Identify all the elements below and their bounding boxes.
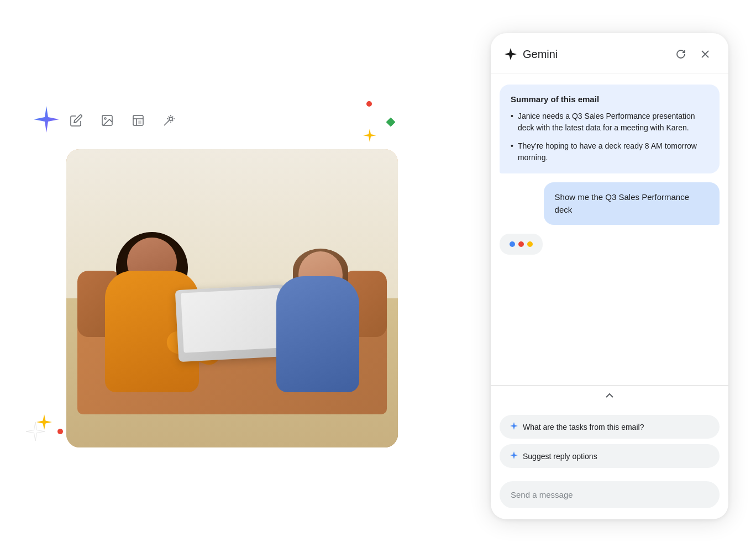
gemini-panel-title: Gemini: [523, 48, 558, 61]
close-button[interactable]: [695, 44, 715, 64]
summary-bubble: Summary of this email Janice needs a Q3 …: [500, 85, 720, 173]
magic-icon[interactable]: [159, 110, 179, 130]
summary-list: Janice needs a Q3 Sales Performance pres…: [511, 110, 708, 164]
typing-indicator: [500, 234, 543, 255]
dot-yellow: [527, 241, 533, 247]
suggestion-reply-button[interactable]: Suggest reply options: [500, 444, 720, 468]
gemini-title-area: Gemini: [504, 48, 558, 61]
suggestion-tasks-button[interactable]: What are the tasks from this email?: [500, 415, 720, 439]
gemini-logo-icon: [504, 48, 517, 61]
message-input[interactable]: [500, 481, 720, 508]
refresh-button[interactable]: [671, 44, 691, 64]
svg-point-1: [104, 118, 106, 119]
message-input-area: [491, 475, 728, 519]
blue-sparkle-icon: [32, 105, 61, 136]
green-diamond-icon: [386, 117, 396, 129]
photo-image: [66, 149, 398, 447]
suggestion-tasks-label: What are the tasks from this email?: [523, 423, 644, 431]
gemini-panel: Gemini Summary of this email Janice need…: [491, 33, 728, 519]
gemini-header: Gemini: [491, 33, 728, 73]
svg-point-4: [169, 117, 172, 120]
user-message: Show me the Q3 Sales Performance deck: [544, 182, 720, 225]
svg-rect-5: [386, 118, 396, 127]
chat-area: Summary of this email Janice needs a Q3 …: [491, 73, 728, 383]
suggestions-area: What are the tasks from this email? Sugg…: [491, 408, 728, 475]
yellow-sparkle-top-icon: [363, 128, 377, 145]
summary-item-1: Janice needs a Q3 Sales Performance pres…: [511, 110, 708, 134]
summary-title: Summary of this email: [511, 94, 708, 104]
chip-star-2-icon: [510, 451, 518, 461]
white-sparkle-icon: [25, 422, 45, 444]
pink-dot: [366, 101, 372, 107]
svg-rect-2: [133, 115, 143, 125]
red-dot-bottom: [57, 429, 63, 434]
summary-item-2: They're hoping to have a deck ready 8 AM…: [511, 140, 708, 164]
chevron-up-icon: [604, 390, 615, 404]
left-area: [0, 0, 426, 553]
dot-blue: [510, 241, 515, 247]
chat-divider[interactable]: [491, 385, 728, 408]
chip-star-1-icon: [510, 422, 518, 432]
image-icon[interactable]: [97, 110, 117, 130]
toolbar-icons: [66, 110, 179, 130]
dot-red: [518, 241, 524, 247]
svg-rect-3: [139, 121, 141, 124]
header-actions: [671, 44, 715, 64]
suggestion-reply-label: Suggest reply options: [523, 452, 597, 461]
edit-icon[interactable]: [66, 110, 86, 130]
chart-icon[interactable]: [128, 110, 148, 130]
